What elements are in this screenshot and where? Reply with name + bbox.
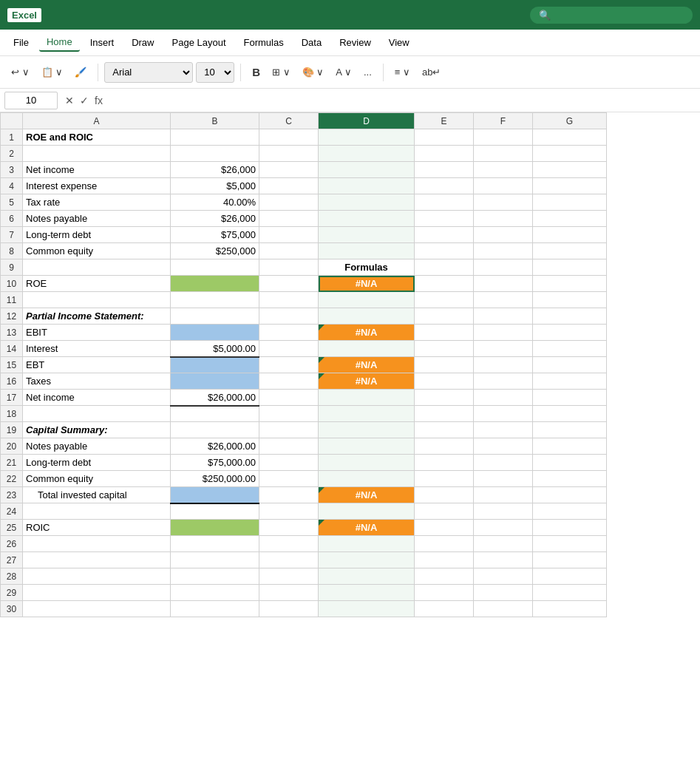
cell-a10[interactable]: ROE xyxy=(23,276,171,292)
cell-b12[interactable] xyxy=(171,308,259,325)
cell-c14[interactable] xyxy=(259,341,319,357)
cell-e7[interactable] xyxy=(415,227,474,243)
cell-e29[interactable] xyxy=(415,585,474,601)
cell-b2[interactable] xyxy=(171,146,259,162)
cell-e4[interactable] xyxy=(415,178,474,194)
cell-e26[interactable] xyxy=(415,536,474,552)
menu-review[interactable]: Review xyxy=(332,34,378,51)
cell-a2[interactable] xyxy=(23,146,171,162)
cell-d1[interactable] xyxy=(319,129,415,146)
cell-d3[interactable] xyxy=(319,162,415,178)
cell-e15[interactable] xyxy=(415,357,474,373)
cell-e9[interactable] xyxy=(415,259,474,276)
cell-b17[interactable]: $26,000.00 xyxy=(171,390,259,406)
formula-input[interactable] xyxy=(110,93,696,107)
cell-b13[interactable] xyxy=(171,325,259,341)
cell-g16[interactable] xyxy=(533,373,607,390)
col-header-d[interactable]: D xyxy=(319,113,415,129)
cell-g26[interactable] xyxy=(533,536,607,552)
cell-f7[interactable] xyxy=(474,227,533,243)
cell-c29[interactable] xyxy=(259,585,319,601)
cell-c27[interactable] xyxy=(259,552,319,568)
undo-button[interactable]: ↩ ∨ xyxy=(6,63,35,81)
cell-g9[interactable] xyxy=(533,259,607,276)
cell-c22[interactable] xyxy=(259,471,319,487)
font-size-select[interactable]: 10 xyxy=(196,62,234,83)
col-header-b[interactable]: B xyxy=(171,113,259,129)
cell-c30[interactable] xyxy=(259,601,319,617)
cell-d17[interactable] xyxy=(319,390,415,406)
cell-d25[interactable]: #N/A xyxy=(319,520,415,536)
cell-g13[interactable] xyxy=(533,325,607,341)
cell-e10[interactable] xyxy=(415,276,474,292)
cell-c15[interactable] xyxy=(259,357,319,373)
cell-b11[interactable] xyxy=(171,292,259,308)
cell-f11[interactable] xyxy=(474,292,533,308)
cell-b5[interactable]: 40.00% xyxy=(171,194,259,211)
cell-f10[interactable] xyxy=(474,276,533,292)
cell-a29[interactable] xyxy=(23,585,171,601)
cell-g23[interactable] xyxy=(533,487,607,503)
cell-reference-input[interactable] xyxy=(4,92,58,109)
fill-color-button[interactable]: 🎨 ∨ xyxy=(297,63,330,81)
cell-b19[interactable] xyxy=(171,422,259,438)
cell-b10[interactable] xyxy=(171,276,259,292)
cell-g22[interactable] xyxy=(533,471,607,487)
menu-home[interactable]: Home xyxy=(39,33,80,52)
cell-d13[interactable]: #N/A xyxy=(319,325,415,341)
cell-d24[interactable] xyxy=(319,503,415,520)
cell-a19[interactable]: Capital Summary: xyxy=(23,422,171,438)
cell-c26[interactable] xyxy=(259,536,319,552)
cell-f29[interactable] xyxy=(474,585,533,601)
cell-g6[interactable] xyxy=(533,211,607,227)
cell-a13[interactable]: EBIT xyxy=(23,325,171,341)
cell-e14[interactable] xyxy=(415,341,474,357)
cell-f3[interactable] xyxy=(474,162,533,178)
cell-d12[interactable] xyxy=(319,308,415,325)
cell-f26[interactable] xyxy=(474,536,533,552)
cell-a24[interactable] xyxy=(23,503,171,520)
cell-e12[interactable] xyxy=(415,308,474,325)
cell-b27[interactable] xyxy=(171,552,259,568)
cell-d7[interactable] xyxy=(319,227,415,243)
cell-f21[interactable] xyxy=(474,455,533,471)
cell-a15[interactable]: EBT xyxy=(23,357,171,373)
cell-f30[interactable] xyxy=(474,601,533,617)
cell-c5[interactable] xyxy=(259,194,319,211)
bold-button[interactable]: B xyxy=(247,62,265,82)
cell-b26[interactable] xyxy=(171,536,259,552)
cell-e3[interactable] xyxy=(415,162,474,178)
cell-f27[interactable] xyxy=(474,552,533,568)
cell-f4[interactable] xyxy=(474,178,533,194)
cell-b1[interactable] xyxy=(171,129,259,146)
cell-a9[interactable] xyxy=(23,259,171,276)
cell-g8[interactable] xyxy=(533,243,607,259)
cell-d11[interactable] xyxy=(319,292,415,308)
cell-a23[interactable]: Total invested capital xyxy=(23,487,171,503)
cell-a25[interactable]: ROIC xyxy=(23,520,171,536)
cell-f9[interactable] xyxy=(474,259,533,276)
search-bar[interactable]: 🔍 xyxy=(530,7,693,24)
menu-file[interactable]: File xyxy=(6,34,36,51)
cell-e5[interactable] xyxy=(415,194,474,211)
cell-e2[interactable] xyxy=(415,146,474,162)
cell-g27[interactable] xyxy=(533,552,607,568)
cell-b9[interactable] xyxy=(171,259,259,276)
cell-d6[interactable] xyxy=(319,211,415,227)
cell-e8[interactable] xyxy=(415,243,474,259)
col-header-g[interactable]: G xyxy=(533,113,607,129)
cell-d26[interactable] xyxy=(319,536,415,552)
col-header-a[interactable]: A xyxy=(23,113,171,129)
cell-g1[interactable] xyxy=(533,129,607,146)
more-button[interactable]: ... xyxy=(359,63,377,81)
cell-c7[interactable] xyxy=(259,227,319,243)
font-family-select[interactable]: Arial xyxy=(104,62,193,83)
cell-f17[interactable] xyxy=(474,390,533,406)
cell-f8[interactable] xyxy=(474,243,533,259)
cell-g29[interactable] xyxy=(533,585,607,601)
cell-a27[interactable] xyxy=(23,552,171,568)
cell-g14[interactable] xyxy=(533,341,607,357)
cell-b6[interactable]: $26,000 xyxy=(171,211,259,227)
cell-c13[interactable] xyxy=(259,325,319,341)
cell-a26[interactable] xyxy=(23,536,171,552)
